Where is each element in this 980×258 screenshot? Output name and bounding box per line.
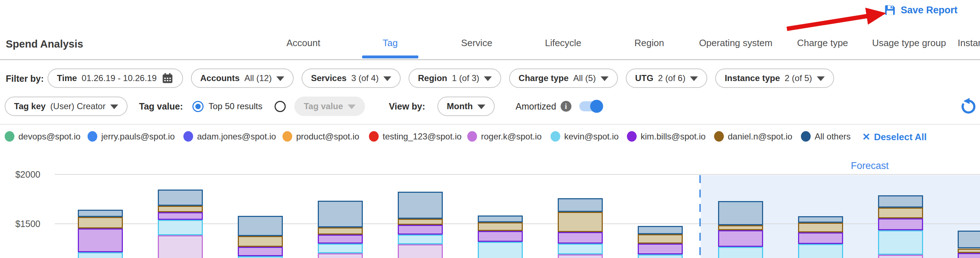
tag-key-dropdown[interactable]: Tag key (User) Creator (5, 97, 127, 116)
bar-segment-kevin-spot-io[interactable] (718, 247, 763, 258)
legend-item-jerry-pauls-spot-io[interactable]: jerry.pauls@spot.io (88, 131, 175, 142)
bar-segment-daniel-n-spot-io[interactable] (718, 225, 763, 230)
bar-segment-kim-bills-spot-io[interactable] (878, 218, 923, 230)
bar-segment-all-others[interactable] (238, 216, 283, 236)
bar-segment-kim-bills-spot-io[interactable] (78, 228, 123, 252)
bar-segment-kim-bills-spot-io[interactable] (718, 230, 763, 247)
bar-segment-daniel-n-spot-io[interactable] (798, 223, 843, 233)
bar-segment-all-others[interactable] (158, 190, 203, 206)
chevron-down-icon (383, 76, 391, 81)
top50-radio[interactable] (192, 101, 204, 112)
bar-segment-all-others[interactable] (478, 215, 523, 222)
filter-pill-time[interactable]: Time 01.26.19 - 10.26.19 (48, 68, 183, 88)
legend-item-product-spot-io[interactable]: product@spot.io (282, 131, 359, 142)
tab-operating-system[interactable]: Operating system (699, 37, 772, 49)
amortized-toggle[interactable] (579, 101, 602, 111)
bar-segment-kim-bills-spot-io[interactable] (798, 233, 843, 244)
tag-value-pill-label: Tag value (304, 101, 343, 111)
info-icon[interactable]: i (561, 101, 571, 112)
filter-pill-value: 2 (of 5) (785, 73, 812, 83)
tab-charge-type[interactable]: Charge type (797, 37, 848, 49)
filter-pill-label: Region (418, 73, 447, 83)
bar-segment-daniel-n-spot-io[interactable] (958, 248, 980, 253)
bar-segment-all-others[interactable] (958, 231, 980, 248)
chevron-down-icon (276, 76, 284, 81)
bar-segment-kevin-spot-io[interactable] (878, 230, 923, 255)
save-report-button[interactable]: Save Report (883, 3, 958, 17)
bar-segment-all-others[interactable] (798, 216, 843, 223)
bar-segment-kim-bills-spot-io[interactable] (958, 253, 980, 258)
bar-segment-roger-k-spot-io[interactable] (398, 244, 443, 258)
filter-pill-services[interactable]: Services 3 (of 4) (302, 68, 401, 88)
chevron-down-icon (477, 105, 485, 109)
tab-usage-type-group[interactable]: Usage type group (872, 37, 946, 49)
page-title: Spend Analysis (6, 38, 83, 50)
bar-segment-all-others[interactable] (718, 201, 763, 225)
bar-segment-kim-bills-spot-io[interactable] (398, 225, 443, 234)
filter-pill-region[interactable]: Region 1 (of 3) (409, 68, 501, 88)
bar-segment-daniel-n-spot-io[interactable] (558, 212, 603, 233)
legend-item-daniel-n-spot-io[interactable]: daniel.n@spot.io (714, 131, 792, 142)
bar-segment-kim-bills-spot-io[interactable] (158, 212, 203, 220)
legend-item-kevin-spot-io[interactable]: kevin@spot.io (550, 131, 619, 142)
legend-item-testing-123-spot-io[interactable]: testing_123@spot.io (369, 131, 461, 142)
deselect-all-button[interactable]: ✕ Deselect All (862, 131, 927, 143)
tab-service[interactable]: Service (461, 37, 493, 49)
bar-segment-daniel-n-spot-io[interactable] (78, 217, 123, 228)
bar-segment-roger-k-spot-io[interactable] (878, 255, 923, 258)
bar-segment-kevin-spot-io[interactable] (798, 244, 843, 258)
bar-segment-roger-k-spot-io[interactable] (558, 255, 603, 258)
legend-item-roger-k-spot-io[interactable]: roger.k@spot.io (467, 131, 541, 142)
bar-segment-daniel-n-spot-io[interactable] (318, 228, 363, 234)
tab-tag[interactable]: Tag (383, 37, 398, 49)
bar-segment-daniel-n-spot-io[interactable] (878, 207, 923, 218)
bar-segment-kevin-spot-io[interactable] (638, 255, 683, 258)
bar-segment-kim-bills-spot-io[interactable] (558, 232, 603, 244)
filter-pill-utg[interactable]: UTG 2 (of 6) (626, 68, 708, 88)
bar-segment-kim-bills-spot-io[interactable] (238, 247, 283, 256)
filter-pill-accounts[interactable]: Accounts All (12) (191, 68, 294, 88)
bar-segment-kim-bills-spot-io[interactable] (478, 231, 523, 241)
bar-segment-daniel-n-spot-io[interactable] (158, 206, 203, 212)
tab-lifecycle[interactable]: Lifecycle (545, 37, 581, 49)
view-by-dropdown[interactable]: Month (438, 97, 495, 116)
legend-item-adam-jones-spot-io[interactable]: adam.jones@spot.io (183, 131, 276, 142)
bar-segment-kevin-spot-io[interactable] (238, 256, 283, 258)
tab-account[interactable]: Account (286, 37, 320, 49)
bar-segment-roger-k-spot-io[interactable] (158, 235, 203, 258)
bar-segment-all-others[interactable] (878, 195, 923, 208)
legend-item-all-others[interactable]: All others (801, 131, 851, 142)
bar-segment-kim-bills-spot-io[interactable] (638, 244, 683, 254)
filter-pill-instance-type[interactable]: Instance type 2 (of 5) (715, 68, 834, 88)
bar-segment-daniel-n-spot-io[interactable] (478, 222, 523, 231)
bar-segment-kevin-spot-io[interactable] (478, 242, 523, 258)
top50-radio-label: Top 50 results (208, 101, 262, 111)
bar-segment-all-others[interactable] (398, 192, 443, 219)
tab-instance-type[interactable]: Instance type (958, 37, 980, 49)
bar-segment-kim-bills-spot-io[interactable] (318, 234, 363, 244)
bar-segment-kevin-spot-io[interactable] (78, 252, 123, 258)
tag-value-radio[interactable] (275, 101, 286, 112)
chevron-down-icon (690, 76, 698, 81)
bar-segment-all-others[interactable] (558, 198, 603, 212)
reset-filters-button[interactable] (959, 97, 978, 118)
bar-segment-all-others[interactable] (78, 210, 123, 217)
chevron-down-icon (110, 105, 118, 109)
bar-segment-kevin-spot-io[interactable] (558, 244, 603, 254)
bar-segment-kevin-spot-io[interactable] (318, 244, 363, 253)
bar-segment-kevin-spot-io[interactable] (158, 220, 203, 235)
bar-segment-daniel-n-spot-io[interactable] (238, 236, 283, 247)
bar-segment-roger-k-spot-io[interactable] (318, 253, 363, 258)
bar-segment-kevin-spot-io[interactable] (398, 234, 443, 244)
bar-segment-all-others[interactable] (318, 201, 363, 228)
legend-item-devops-spot-io[interactable]: devops@spot.io (5, 131, 80, 142)
tag-key-label: Tag key (14, 101, 46, 111)
bar-segment-all-others[interactable] (638, 226, 683, 234)
legend-item-kim-bills-spot-io[interactable]: kim.bills@spot.io (627, 131, 705, 142)
tab-region[interactable]: Region (635, 37, 664, 49)
legend-color-dot (627, 131, 636, 142)
filter-pill-charge-type[interactable]: Charge type All (5) (509, 68, 617, 88)
bar-segment-daniel-n-spot-io[interactable] (638, 234, 683, 244)
tag-value-dropdown-disabled: Tag value (294, 97, 365, 116)
bar-segment-daniel-n-spot-io[interactable] (398, 219, 443, 225)
